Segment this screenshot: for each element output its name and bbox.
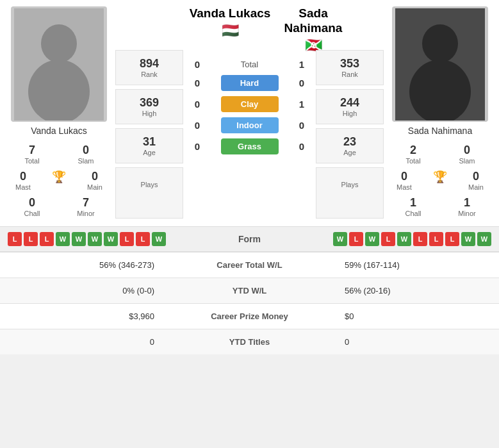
player1-trophy-cell: 🏆 bbox=[43, 170, 75, 191]
player2-age-value: 23 bbox=[343, 135, 356, 149]
player2-high-value: 244 bbox=[340, 96, 359, 110]
player1-chall-value: 0 bbox=[29, 196, 35, 210]
indoor-row: 0 Indoor 0 bbox=[186, 115, 313, 136]
form-badge-p2: L bbox=[349, 232, 363, 246]
total-p1-score: 0 bbox=[191, 59, 204, 70]
indoor-button[interactable]: Indoor bbox=[221, 117, 279, 133]
player2-main-cell: 0 Main bbox=[460, 170, 492, 191]
svg-point-1 bbox=[41, 24, 77, 63]
ytd-wl-p2: 56% (20-16) bbox=[334, 278, 499, 304]
svg-point-4 bbox=[422, 24, 458, 63]
player2-stat-row-2: 0 Mast 🏆 0 Main bbox=[386, 167, 494, 194]
player1-age-label: Age bbox=[143, 149, 156, 156]
player1-main-label: Main bbox=[87, 183, 102, 191]
ytd-titles-p2: 0 bbox=[334, 329, 499, 355]
player2-chall-cell: 1 Chall bbox=[397, 196, 429, 217]
player1-name: Vanda Lukacs bbox=[31, 126, 87, 136]
player2-mast-cell: 0 Mast bbox=[388, 170, 420, 191]
career-prize-p2: $0 bbox=[334, 304, 499, 329]
center-col: Vanda Lukacs 🇭🇺 Sada Nahimana 🇧🇮 0 Total bbox=[186, 6, 313, 220]
form-label: Form bbox=[227, 234, 272, 244]
form-badge-p2: L bbox=[381, 232, 395, 246]
player1-stats: 7 Total 0 Slam 0 Mast 🏆 bbox=[5, 141, 113, 220]
total-label: Total bbox=[241, 60, 258, 69]
player2-stats: 2 Total 0 Slam 0 Mast 🏆 bbox=[386, 141, 494, 220]
ytd-wl-label: YTD W/L bbox=[165, 278, 334, 304]
player2-total-cell: 2 Total bbox=[397, 144, 429, 165]
form-badge-p1: L bbox=[24, 232, 38, 246]
form-badge-p2: W bbox=[461, 232, 475, 246]
player1-mast-value: 0 bbox=[20, 170, 26, 183]
player1-slam-cell: 0 Slam bbox=[70, 144, 102, 165]
player1-plays-label: Plays bbox=[141, 181, 158, 188]
player2-slam-value: 0 bbox=[464, 144, 470, 157]
player2-stat-row-3: 1 Chall 1 Minor bbox=[386, 194, 494, 220]
player2-age-box: 23 Age bbox=[316, 128, 384, 163]
player1-age-value: 31 bbox=[143, 135, 156, 149]
player2-rank-value: 353 bbox=[340, 57, 359, 71]
player1-slam-label: Slam bbox=[78, 157, 94, 165]
top-area: Vanda Lukacs 7 Total 0 Slam 0 Ma bbox=[0, 0, 499, 222]
career-prize-label: Career Prize Money bbox=[165, 304, 334, 329]
player2-total-label: Total bbox=[405, 157, 420, 165]
player2-form-badges: WLWLWLLLWW bbox=[333, 232, 491, 246]
clay-row: 0 Clay 1 bbox=[186, 94, 313, 115]
career-prize-row: $3,960 Career Prize Money $0 bbox=[0, 304, 499, 329]
player2-minor-value: 1 bbox=[464, 196, 470, 210]
grass-p1-score: 0 bbox=[191, 141, 204, 152]
player2-name: Sada Nahimana bbox=[408, 126, 472, 136]
form-badge-p2: W bbox=[477, 232, 491, 246]
player1-high-value: 369 bbox=[140, 96, 159, 110]
form-badge-p1: W bbox=[104, 232, 118, 246]
player1-info-name: Vanda Lukacs 🇭🇺 bbox=[188, 6, 272, 39]
player1-form-badges: LLLWWWWLLW bbox=[8, 232, 166, 246]
ytd-wl-row: 0% (0-0) YTD W/L 56% (20-16) bbox=[0, 278, 499, 304]
player2-high-label: High bbox=[343, 110, 357, 117]
indoor-p2-score: 0 bbox=[295, 120, 308, 131]
player2-total-value: 2 bbox=[410, 144, 416, 157]
form-badge-p1: W bbox=[72, 232, 86, 246]
ytd-titles-row: 0 YTD Titles 0 bbox=[0, 329, 499, 355]
form-badge-p1: W bbox=[56, 232, 70, 246]
player2-age-label: Age bbox=[343, 149, 356, 156]
form-badge-p1: L bbox=[40, 232, 54, 246]
center-header: Vanda Lukacs 🇭🇺 Sada Nahimana 🇧🇮 bbox=[186, 6, 313, 54]
form-badge-p2: L bbox=[445, 232, 459, 246]
player1-stat-row-3: 0 Chall 7 Minor bbox=[5, 194, 113, 220]
grass-button[interactable]: Grass bbox=[221, 138, 279, 154]
ytd-titles-label: YTD Titles bbox=[165, 329, 334, 355]
clay-p1-score: 0 bbox=[191, 99, 204, 110]
grass-p2-score: 0 bbox=[295, 141, 308, 152]
player1-chall-label: Chall bbox=[24, 210, 40, 217]
player1-stat-row-1: 7 Total 0 Slam bbox=[5, 141, 113, 167]
player1-avatar bbox=[11, 6, 107, 122]
clay-button[interactable]: Clay bbox=[221, 96, 279, 112]
player1-minor-label: Minor bbox=[77, 210, 95, 217]
form-badge-p1: W bbox=[152, 232, 166, 246]
stats-area: 894 Rank 369 High 31 Age Plays bbox=[115, 6, 384, 220]
player1-rank-box: 894 Rank bbox=[115, 50, 183, 85]
indoor-p1-score: 0 bbox=[191, 120, 204, 131]
player1-column: Vanda Lukacs 7 Total 0 Slam 0 Ma bbox=[5, 6, 113, 220]
player1-age-box: 31 Age bbox=[115, 128, 183, 163]
hard-button[interactable]: Hard bbox=[221, 75, 279, 91]
player1-high-label: High bbox=[142, 110, 157, 117]
player2-trophy-icon: 🏆 bbox=[433, 170, 447, 184]
player2-chall-value: 1 bbox=[410, 196, 416, 210]
player1-mast-label: Mast bbox=[15, 183, 31, 191]
career-wl-p2: 59% (167-114) bbox=[334, 253, 499, 278]
player2-main-value: 0 bbox=[473, 170, 479, 183]
career-wl-label: Career Total W/L bbox=[165, 253, 334, 278]
player1-stat-row-2: 0 Mast 🏆 0 Main bbox=[5, 167, 113, 194]
player1-main-value: 0 bbox=[92, 170, 98, 183]
player1-center-name: Vanda Lukacs bbox=[190, 6, 271, 21]
player1-high-box: 369 High bbox=[115, 89, 183, 124]
player1-main-cell: 0 Main bbox=[79, 170, 111, 191]
form-badge-p1: L bbox=[120, 232, 134, 246]
form-badge-p2: L bbox=[429, 232, 443, 246]
clay-p2-score: 1 bbox=[295, 99, 308, 110]
player1-stat-boxes: 894 Rank 369 High 31 Age Plays bbox=[115, 6, 183, 220]
player2-chall-label: Chall bbox=[405, 210, 421, 217]
player1-total-label: Total bbox=[24, 157, 39, 165]
ytd-titles-p1: 0 bbox=[0, 329, 165, 355]
